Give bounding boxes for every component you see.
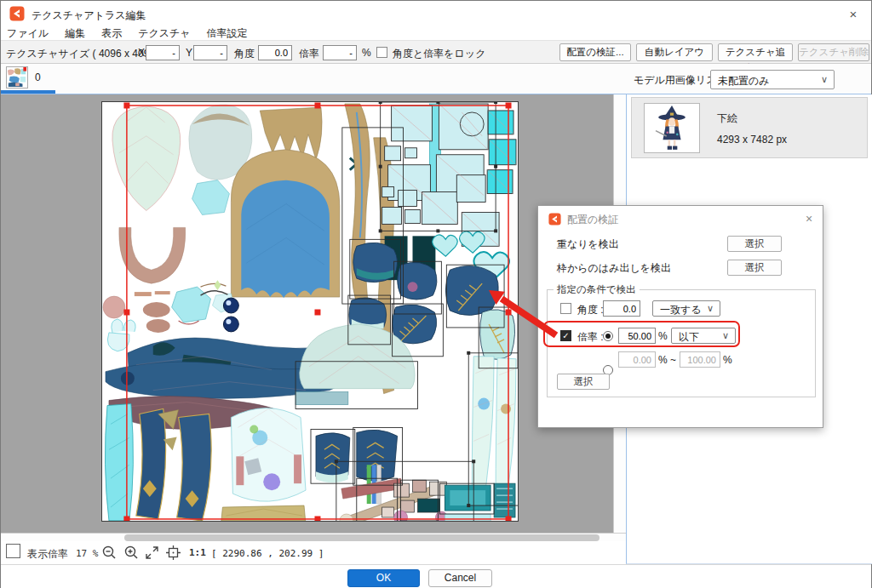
lock-angle-scale-label: 角度と倍率をロック <box>393 47 485 61</box>
view-zoom-checkbox[interactable] <box>6 544 20 558</box>
menu-file[interactable]: ファイル <box>7 26 49 41</box>
texture-atlas-image <box>102 102 518 521</box>
tab-thumbnail <box>6 66 28 88</box>
item-thumbnail <box>644 103 700 153</box>
dialog-logo-icon <box>548 213 561 225</box>
dialog-close-icon[interactable]: × <box>800 212 818 225</box>
outside-select-button[interactable]: 選択 <box>727 260 782 276</box>
angle-label: 角度 <box>234 47 255 61</box>
filter-value: 未配置のみ <box>718 74 770 88</box>
texture-atlas-window: テクスチャアトラス編集 × ファイル 編集 表示 テクスチャ 倍率設定 テクスチ… <box>0 0 872 588</box>
status-bar: 表示倍率 17 % 1:1 [ 2290.86 , 202.99 ] <box>1 541 631 564</box>
x-label: X <box>138 47 145 59</box>
check-icon: ✓ <box>562 331 569 340</box>
add-texture-button[interactable]: テクスチャ追加... <box>718 43 793 61</box>
scale-single-radio[interactable] <box>603 331 613 341</box>
scale-field[interactable] <box>323 45 357 60</box>
fit-frame-icon[interactable] <box>165 545 181 561</box>
view-zoom-value: 17 % <box>76 548 99 559</box>
app-logo-icon <box>9 6 25 21</box>
validate-placement-button[interactable]: 配置の検証... <box>559 43 631 61</box>
y-field[interactable] <box>193 45 227 60</box>
tab-texture-0[interactable]: 0 <box>4 66 55 90</box>
atlas-pieces <box>103 104 516 521</box>
canvas-horizontal-scrollbar[interactable] <box>1 533 626 541</box>
range-unit-label: % <box>723 354 732 366</box>
chevron-down-icon: ∨ <box>722 330 729 341</box>
texture-atlas-canvas[interactable] <box>101 101 519 522</box>
placement-validation-dialog: 配置の検証 × 重なりを検出 選択 枠からのはみ出しを検出 選択 指定の条件で検… <box>537 205 823 428</box>
active-tab-underline <box>1 90 55 94</box>
atlas-canvas-pane <box>1 94 626 541</box>
remove-texture-button[interactable]: テクスチャ削除 <box>798 43 869 61</box>
dialog-title: 配置の検証 <box>567 213 618 227</box>
percent-label: % <box>362 47 371 59</box>
view-zoom-label: 表示倍率 <box>27 547 68 562</box>
footer-bar: OK Cancel <box>1 564 871 588</box>
scale-mode-dropdown[interactable]: 以下 ∨ <box>671 328 736 344</box>
tab-label: 0 <box>35 71 41 83</box>
angle-mode-dropdown[interactable]: 一致する ∨ <box>652 300 720 317</box>
angle-condition-checkbox[interactable] <box>560 303 571 314</box>
condition-group-legend: 指定の条件で検出 <box>554 283 640 296</box>
cancel-button[interactable]: Cancel <box>428 569 492 587</box>
condition-select-button[interactable]: 選択 <box>557 374 610 390</box>
cursor-coordinates: [ 2290.86 , 202.99 ] <box>211 548 324 559</box>
scale-label: 倍率 <box>299 47 319 61</box>
range-join-label: % ~ <box>658 354 676 366</box>
zoom-in-icon[interactable] <box>123 545 140 561</box>
lock-angle-scale-checkbox[interactable] <box>376 47 387 58</box>
list-item[interactable]: 下絵 4293 x 7482 px <box>631 97 868 158</box>
detect-overlap-label: 重なりを検出 <box>557 237 619 252</box>
overlap-select-button[interactable]: 選択 <box>727 236 782 252</box>
chevron-down-icon: ∨ <box>821 74 828 85</box>
menu-texture[interactable]: テクスチャ <box>138 26 190 41</box>
scrollbar-thumb[interactable] <box>124 534 600 541</box>
close-icon[interactable]: × <box>842 7 864 22</box>
image-list-filter-dropdown[interactable]: 未配置のみ ∨ <box>710 70 835 89</box>
tab-strip: 0 モデル用画像リスト 未配置のみ ∨ <box>1 64 871 94</box>
auto-layout-button[interactable]: 自動レイアウト... <box>636 43 713 61</box>
x-field[interactable] <box>146 45 180 60</box>
menu-scale-settings[interactable]: 倍率設定 <box>207 26 248 41</box>
angle-mode-value: 一致する <box>660 303 702 317</box>
detect-outside-label: 枠からのはみ出しを検出 <box>557 261 671 276</box>
angle-condition-field[interactable] <box>603 300 640 317</box>
fit-expand-icon[interactable] <box>144 545 160 561</box>
window-title: テクスチャアトラス編集 <box>32 9 146 23</box>
chevron-down-icon: ∨ <box>707 303 714 314</box>
scale-value-field[interactable] <box>618 328 656 344</box>
toolbar: テクスチャサイズ ( 4096 x 4096 ) X Y 角度 倍率 % 角度と… <box>1 40 871 64</box>
item-name: 下絵 <box>717 111 737 126</box>
menu-bar: ファイル 編集 表示 テクスチャ 倍率設定 <box>1 26 871 40</box>
menu-view[interactable]: 表示 <box>101 26 122 41</box>
menu-edit[interactable]: 編集 <box>65 26 85 41</box>
actual-size-button[interactable]: 1:1 <box>189 547 206 558</box>
y-label: Y <box>186 47 192 59</box>
angle-field[interactable] <box>258 45 292 60</box>
range-max-field[interactable] <box>680 351 720 368</box>
scale-condition-label: 倍率 : <box>577 330 604 345</box>
scale-mode-value: 以下 <box>679 330 699 345</box>
range-min-field[interactable] <box>618 351 656 368</box>
title-bar: テクスチャアトラス編集 × <box>1 1 871 26</box>
scale-condition-checkbox[interactable]: ✓ <box>560 330 571 341</box>
ok-button[interactable]: OK <box>347 569 420 587</box>
zoom-out-icon[interactable] <box>101 545 118 561</box>
item-size: 4293 x 7482 px <box>717 134 787 146</box>
angle-condition-label: 角度 : <box>577 303 604 317</box>
scale-unit-label: % <box>658 330 668 342</box>
